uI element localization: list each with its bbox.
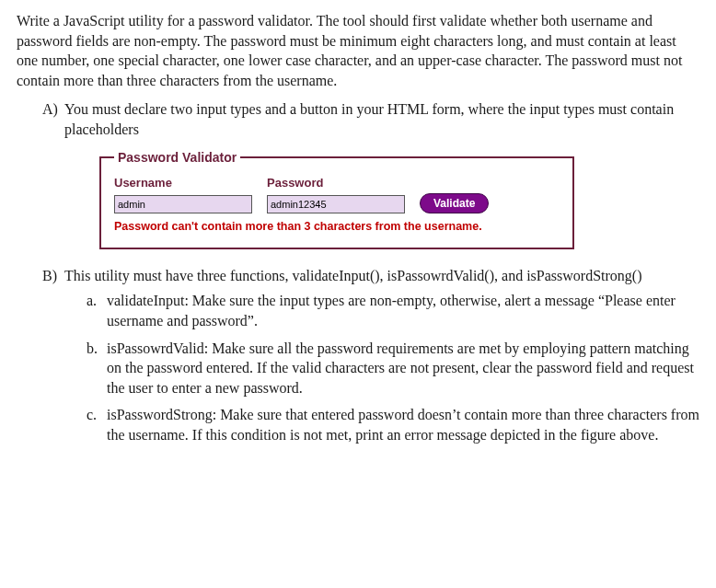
- error-message: Password can't contain more than 3 chara…: [114, 219, 556, 235]
- list-item-A: A) You must declare two input types and …: [42, 99, 699, 139]
- form-figure: Password Validator Username Password Val…: [98, 149, 576, 249]
- fieldset-legend: Password Validator: [114, 149, 240, 167]
- sub-item-a: a. validateInput: Make sure the input ty…: [87, 291, 699, 330]
- password-label: Password: [267, 175, 405, 191]
- sub-item-a-label: a.: [87, 291, 107, 330]
- username-label: Username: [114, 175, 252, 191]
- button-column: Validate: [420, 193, 489, 213]
- list-item-A-label: A): [42, 99, 64, 139]
- form-row: Username Password Validate: [114, 175, 556, 213]
- sub-item-a-text: validateInput: Make sure the input types…: [107, 291, 699, 330]
- sub-item-b-text: isPassowrdValid: Make sure all the passw…: [107, 339, 699, 398]
- ordered-list: A) You must declare two input types and …: [42, 99, 699, 452]
- username-column: Username: [114, 175, 252, 213]
- sub-list: a. validateInput: Make sure the input ty…: [87, 291, 699, 444]
- intro-paragraph: Write a JavaScript utility for a passwor…: [17, 11, 699, 90]
- password-validator-fieldset: Password Validator Username Password Val…: [99, 149, 574, 249]
- sub-item-c-text: isPasswordStrong: Make sure that entered…: [107, 405, 699, 444]
- sub-item-c: c. isPasswordStrong: Make sure that ente…: [87, 405, 699, 444]
- validate-button[interactable]: Validate: [420, 193, 489, 213]
- list-item-B: B) This utility must have three function…: [42, 266, 699, 453]
- password-column: Password: [267, 175, 405, 213]
- sub-item-b-label: b.: [87, 339, 107, 398]
- username-input[interactable]: [114, 195, 252, 213]
- sub-item-b: b. isPassowrdValid: Make sure all the pa…: [87, 339, 699, 398]
- list-item-B-text: This utility must have three functions, …: [64, 268, 641, 283]
- password-input[interactable]: [267, 195, 405, 213]
- list-item-A-text: You must declare two input types and a b…: [64, 99, 699, 139]
- sub-item-c-label: c.: [87, 405, 107, 444]
- list-item-B-label: B): [42, 266, 64, 453]
